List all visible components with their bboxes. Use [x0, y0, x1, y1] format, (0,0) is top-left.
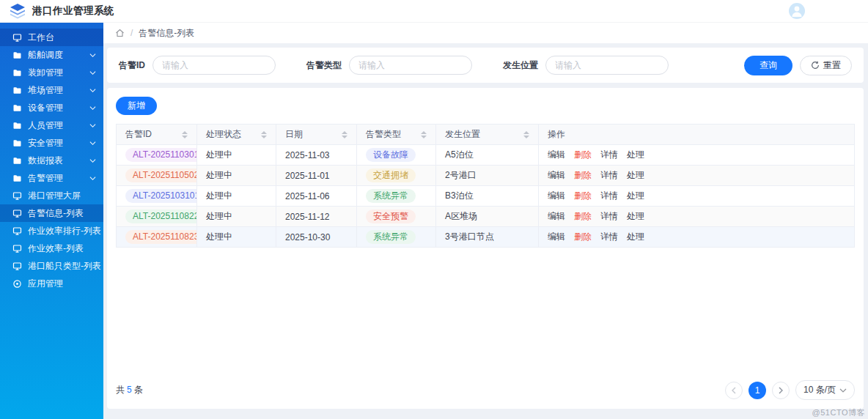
- app-logo-layers-icon: [9, 3, 26, 19]
- sidebar-item-label: 港口船只类型-列表: [28, 260, 101, 272]
- column-label: 操作: [548, 128, 565, 141]
- delete-link[interactable]: 删除: [574, 190, 592, 201]
- total-number: 5: [127, 385, 132, 395]
- page-1-button[interactable]: 1: [749, 382, 766, 399]
- handle-link[interactable]: 处理: [627, 231, 644, 242]
- alert-type-cell: 设备故障: [357, 145, 436, 166]
- handle-link[interactable]: 处理: [627, 211, 644, 221]
- app-title: 港口作业管理系统: [32, 4, 114, 18]
- prev-page-button[interactable]: [725, 382, 743, 399]
- home-icon[interactable]: [115, 29, 125, 37]
- sidebar-item-label: 应用管理: [28, 278, 63, 290]
- status-cell: 处理中: [197, 186, 276, 207]
- sidebar-item-作业效率-列表[interactable]: 作业效率-列表: [0, 240, 103, 257]
- sidebar-item-堆场管理[interactable]: 堆场管理: [0, 81, 103, 99]
- delete-link[interactable]: 删除: [574, 170, 592, 180]
- edit-link[interactable]: 编辑: [548, 149, 565, 160]
- delete-link[interactable]: 删除: [574, 211, 592, 221]
- sidebar-item-应用管理[interactable]: 应用管理: [0, 275, 103, 292]
- column-header-发生位置[interactable]: 发生位置: [436, 125, 539, 145]
- chevron-down-icon: [89, 123, 96, 128]
- detail-link[interactable]: 详情: [600, 211, 618, 221]
- handle-link[interactable]: 处理: [627, 149, 644, 160]
- location-cell: 2号港口: [436, 166, 539, 186]
- sidebar-item-工作台[interactable]: 工作台: [0, 29, 103, 46]
- detail-link[interactable]: 详情: [600, 190, 618, 201]
- detail-link[interactable]: 详情: [600, 231, 618, 242]
- chevron-down-icon: [89, 176, 96, 181]
- search-input-告警ID[interactable]: [152, 56, 276, 75]
- column-header-日期[interactable]: 日期: [276, 125, 357, 145]
- edit-link[interactable]: 编辑: [548, 190, 565, 201]
- search-field-告警类型: 告警类型: [306, 56, 472, 75]
- sidebar-item-安全管理[interactable]: 安全管理: [0, 134, 103, 152]
- sidebar-item-港口管理大屏[interactable]: 港口管理大屏: [0, 187, 103, 204]
- column-header-告警ID[interactable]: 告警ID: [117, 125, 197, 145]
- alert-id-badge: ALT-2025110502: [125, 168, 197, 182]
- column-header-操作: 操作: [539, 125, 855, 145]
- status-cell: 处理中: [197, 227, 276, 248]
- sidebar-item-label: 港口管理大屏: [28, 190, 81, 202]
- sidebar-item-label: 作业效率排行-列表: [28, 225, 101, 237]
- handle-link[interactable]: 处理: [627, 170, 644, 180]
- detail-link[interactable]: 详情: [600, 170, 618, 180]
- edit-link[interactable]: 编辑: [548, 170, 565, 180]
- page-size-select[interactable]: 10 条/页: [795, 380, 855, 400]
- sidebar-item-label: 人员管理: [28, 119, 63, 132]
- sidebar-item-label: 堆场管理: [28, 84, 63, 97]
- sort-icon[interactable]: [182, 131, 188, 138]
- edit-link[interactable]: 编辑: [548, 211, 565, 221]
- sort-icon[interactable]: [261, 131, 267, 138]
- delete-link[interactable]: 删除: [574, 149, 592, 160]
- date-cell: 2025-11-03: [276, 145, 357, 166]
- alert-type-cell: 系统异常: [357, 227, 436, 248]
- sidebar-item-告警信息-列表[interactable]: 告警信息-列表: [0, 204, 103, 222]
- column-header-告警类型[interactable]: 告警类型: [357, 125, 436, 145]
- sidebar-item-作业效率排行-列表[interactable]: 作业效率排行-列表: [0, 222, 103, 240]
- alert-id-cell: ALT-2025103101: [117, 186, 197, 207]
- folder-icon: [12, 156, 22, 166]
- column-header-处理状态[interactable]: 处理状态: [197, 125, 276, 145]
- sort-icon[interactable]: [523, 131, 529, 138]
- circle-icon: [12, 279, 22, 289]
- location-cell: A区堆场: [436, 207, 539, 227]
- search-input-告警类型[interactable]: [349, 56, 472, 75]
- total-count: 共5条: [116, 384, 143, 396]
- folder-icon: [12, 103, 22, 113]
- sidebar-item-装卸管理[interactable]: 装卸管理: [0, 64, 103, 81]
- refresh-icon: [811, 61, 820, 70]
- search-field-label: 发生位置: [503, 59, 538, 72]
- chevron-down-icon: [89, 158, 96, 163]
- reset-button-label: 重置: [823, 59, 841, 72]
- folder-icon: [12, 138, 22, 148]
- column-label: 告警类型: [366, 128, 401, 141]
- edit-link[interactable]: 编辑: [548, 231, 565, 242]
- status-cell: 处理中: [197, 145, 276, 166]
- user-avatar[interactable]: [789, 3, 805, 19]
- app-window: 港口作业管理系统 工作台船舶调度装卸管理堆场管理设备管理人员管理安全管理数据报表…: [0, 0, 868, 419]
- detail-link[interactable]: 详情: [600, 149, 618, 160]
- sidebar-item-数据报表[interactable]: 数据报表: [0, 152, 103, 169]
- add-button[interactable]: 新增: [116, 97, 157, 115]
- sidebar-item-label: 装卸管理: [28, 67, 63, 79]
- sort-icon[interactable]: [342, 131, 347, 138]
- sort-icon[interactable]: [421, 131, 427, 138]
- watermark: @51CTO博客: [812, 407, 865, 418]
- alert-id-cell: ALT-2025110301: [117, 145, 197, 166]
- folder-icon: [12, 121, 22, 130]
- actions-cell: 编辑删除详情处理: [539, 145, 855, 166]
- next-page-button[interactable]: [772, 382, 790, 399]
- table-row: ALT-2025110822处理中2025-11-12安全预警A区堆场编辑删除详…: [117, 207, 855, 227]
- search-input-发生位置[interactable]: [545, 56, 669, 75]
- delete-link[interactable]: 删除: [574, 231, 592, 242]
- query-button[interactable]: 查询: [744, 56, 792, 75]
- sidebar-item-设备管理[interactable]: 设备管理: [0, 99, 103, 116]
- handle-link[interactable]: 处理: [627, 190, 644, 201]
- reset-button[interactable]: 重置: [800, 56, 852, 75]
- alert-type-cell: 系统异常: [357, 186, 436, 207]
- sidebar-item-告警管理[interactable]: 告警管理: [0, 169, 103, 187]
- folder-icon: [12, 51, 22, 60]
- sidebar-item-港口船只类型-列表[interactable]: 港口船只类型-列表: [0, 257, 103, 275]
- sidebar-item-船舶调度[interactable]: 船舶调度: [0, 46, 103, 64]
- sidebar-item-人员管理[interactable]: 人员管理: [0, 116, 103, 134]
